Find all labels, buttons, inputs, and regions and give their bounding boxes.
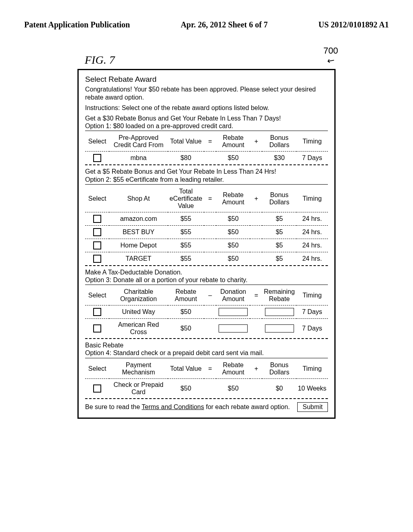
th-op1: – [204,286,216,305]
cell-value: $55 [168,252,204,265]
cell-value: $55 [168,239,204,252]
table-row: amazon.com $55 $50 $5 24 hrs. [85,212,328,225]
option1-intro: Get a $30 Rebate Bonus and Get Your Reba… [85,114,328,130]
cell-value: $55 [168,225,204,239]
cell-value: $80 [168,152,204,165]
th-op1: = [204,359,216,379]
th-timing: Timing [296,132,328,152]
option3-intro-line1: Make A Tax-Deductable Donation. [85,268,328,276]
option1-table: Select Pre-Approved Credit Card From Tot… [85,132,328,164]
cell-rebate: $50 [216,239,250,252]
checkbox-icon[interactable] [93,154,101,162]
divider [85,285,328,285]
pub-header-center: Apr. 26, 2012 Sheet 6 of 7 [181,20,268,29]
table-row: American Red Cross $50 7 Days [85,319,328,339]
option3-header-row: Select Charitable Organization Rebate Am… [85,286,328,305]
th-rebate: Rebate Amount [216,185,250,212]
option3-intro: Make A Tax-Deductable Donation. Option 3… [85,268,328,284]
congrats-text: Congratulations! Your $50 rebate has bee… [85,85,328,102]
footer-pre: Be sure to read the [85,403,142,410]
terms-link[interactable]: Terms and Conditions [142,403,204,410]
submit-button[interactable]: Submit [297,402,328,412]
dash-divider [85,338,328,339]
checkbox-icon[interactable] [93,228,101,236]
th-op2: + [250,132,262,152]
remaining-input[interactable] [265,324,294,332]
th-op1: = [204,185,216,212]
cell-value: $50 [168,378,204,398]
divider [85,358,328,358]
option1-header-row: Select Pre-Approved Credit Card From Tot… [85,132,328,152]
cell-value: $50 [168,305,204,319]
cell-bonus: $5 [262,252,296,265]
th-name: Charitable Organization [109,286,167,305]
checkbox-icon[interactable] [93,255,101,263]
option3-table: Select Charitable Organization Rebate Am… [85,286,328,338]
cell-name: mbna [109,152,167,165]
cell-name: amazon.com [109,212,167,225]
checkbox-icon[interactable] [93,308,101,316]
option4-intro-line2: Option 4: Standard check or a prepaid de… [85,349,328,357]
th-rebate: Rebate Amount [216,359,250,379]
cell-name: Check or Prepaid Card [109,378,167,398]
option1-intro-line2: Option 1: $80 loaded on a pre-approved c… [85,122,328,130]
th-bonus: Bonus Dollars [262,359,296,379]
panel-title: Select Rebate Award [85,75,328,84]
th-name: Shop At [109,185,167,212]
cell-timing: 7 Days [296,319,328,339]
th-select: Select [85,132,109,152]
option3-intro-line2: Option 3: Donate all or a portion of you… [85,276,328,284]
dash-divider [85,164,328,165]
cell-bonus: $30 [262,152,296,165]
checkbox-icon[interactable] [93,241,101,249]
table-row: TARGET $55 $50 $5 24 hrs. [85,252,328,265]
checkbox-icon[interactable] [93,324,101,332]
cell-bonus: $5 [262,225,296,239]
cell-value: $50 [168,319,204,339]
pub-header-right: US 2012/0101892 A1 [319,20,389,29]
cell-rebate: $50 [216,225,250,239]
table-row: BEST BUY $55 $50 $5 24 hrs. [85,225,328,239]
checkbox-icon[interactable] [93,215,101,223]
option4-intro: Basic Rebate Option 4: Standard check or… [85,341,328,357]
rebate-panel: Select Rebate Award Congratulations! You… [77,69,336,419]
cell-rebate: $50 [216,252,250,265]
th-rebate: Donation Amount [216,286,250,305]
donation-input[interactable] [219,308,248,316]
ref-arrow-icon: ↙ [326,56,336,65]
table-row: United Way $50 7 Days [85,305,328,319]
cell-name: TARGET [109,252,167,265]
footer-text: Be sure to read the Terms and Conditions… [85,403,290,411]
option2-intro-line1: Get a $5 Rebate Bonus and Get Your Rebat… [85,168,328,175]
cell-rebate: $50 [216,152,250,165]
th-timing: Timing [296,359,328,379]
cell-timing: 24 hrs. [296,239,328,252]
option2-intro-line2: Option 2: $55 eCertificate from a leadin… [85,176,328,183]
option1-intro-line1: Get a $30 Rebate Bonus and Get Your Reba… [85,114,328,122]
cell-timing: 24 hrs. [296,225,328,239]
th-timing: Timing [296,185,328,212]
option2-intro: Get a $5 Rebate Bonus and Get Your Rebat… [85,168,328,183]
th-name: Payment Mechanism [109,359,167,379]
table-row: Check or Prepaid Card $50 $50 $0 10 Week… [85,378,328,398]
th-value: Total Value [168,359,204,379]
th-op2: + [250,359,262,379]
option4-header-row: Select Payment Mechanism Total Value = R… [85,359,328,379]
th-op1: = [204,132,216,152]
cell-timing: 10 Weeks [296,378,328,398]
footer-post: for each rebate award option. [204,403,290,410]
th-rebate: Rebate Amount [216,132,250,152]
cell-rebate: $50 [216,378,250,398]
donation-input[interactable] [219,324,248,332]
th-select: Select [85,286,109,305]
table-row: mbna $80 $50 $30 7 Days [85,152,328,165]
page: Patent Application Publication Apr. 26, … [0,0,413,532]
option2-table: Select Shop At Total eCertificate Value … [85,185,328,265]
cell-bonus: $5 [262,239,296,252]
cell-value: $55 [168,212,204,225]
th-bonus: Remaining Rebate [262,286,296,305]
option4-intro-line1: Basic Rebate [85,341,328,349]
checkbox-icon[interactable] [93,384,101,393]
th-select: Select [85,359,109,379]
remaining-input[interactable] [265,308,294,316]
